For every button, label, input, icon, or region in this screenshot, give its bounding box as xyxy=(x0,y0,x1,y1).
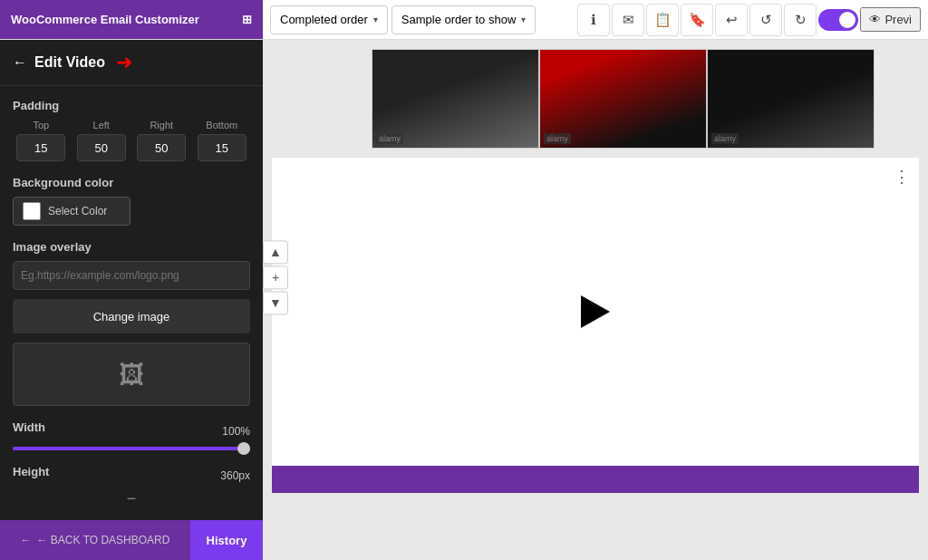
eye-icon: 👁 xyxy=(869,13,881,26)
height-label: Height xyxy=(13,465,49,478)
padding-bottom-col: Bottom xyxy=(194,120,251,161)
sidebar-footer: ← ← BACK TO DASHBOARD History xyxy=(0,520,263,560)
height-value: 360px xyxy=(220,469,250,482)
images-strip: alamy alamy alamy xyxy=(263,40,928,158)
padding-right-input[interactable] xyxy=(137,134,186,161)
content-area: ▲ + ▼ alamy alamy alamy xyxy=(263,40,928,560)
width-slider-track[interactable] xyxy=(13,447,250,450)
image-placeholder: 🖼 xyxy=(13,343,250,406)
info-icon-btn[interactable]: ℹ xyxy=(577,4,610,36)
completed-order-dropdown[interactable]: Completed order ▾ xyxy=(270,5,388,34)
sidebar-title: Edit Video xyxy=(34,54,105,71)
width-slider-thumb xyxy=(237,442,250,455)
padding-bottom-input[interactable] xyxy=(198,134,246,161)
width-slider-fill xyxy=(13,447,250,450)
circle1-icon-btn[interactable]: ↺ xyxy=(749,4,782,36)
brand-title: WooCommerce Email Customizer xyxy=(11,13,199,26)
img3-watermark: alamy xyxy=(711,133,739,144)
back-arrow-icon[interactable]: ← xyxy=(13,54,27,71)
image-placeholder-icon: 🖼 xyxy=(119,360,144,390)
zoom-fit-btn[interactable]: + xyxy=(263,266,288,289)
back-dashboard-label: ← BACK TO DASHBOARD xyxy=(37,534,170,546)
image-overlay-section: Image overlay Change image 🖼 xyxy=(13,240,250,406)
height-minus-icon[interactable]: − xyxy=(13,489,250,508)
chevron-down-icon: ▾ xyxy=(521,14,526,24)
top-bar-center: Completed order ▾ Sample order to show ▾… xyxy=(263,0,928,39)
padding-right-label: Right xyxy=(150,120,173,130)
video-more-icon[interactable]: ⋮ xyxy=(894,167,910,187)
color-swatch xyxy=(23,202,41,220)
image-overlay-label: Image overlay xyxy=(13,240,250,254)
width-section: Width 100% xyxy=(13,420,250,450)
mail-icon-btn[interactable]: ✉ xyxy=(612,4,644,36)
bookmark-icon-btn[interactable]: 🔖 xyxy=(681,4,713,36)
select-color-label: Select Color xyxy=(48,205,107,217)
height-section: Height 360px − xyxy=(13,465,250,508)
circle2-icon-btn[interactable]: ↻ xyxy=(784,4,817,36)
padding-label: Padding xyxy=(13,99,250,112)
chevron-down-icon: ▾ xyxy=(373,14,378,24)
image-overlay-input[interactable] xyxy=(13,261,250,290)
top-bar: WooCommerce Email Customizer ⊞ Completed… xyxy=(0,0,928,40)
padding-left-label: Left xyxy=(93,120,110,130)
padding-bottom-label: Bottom xyxy=(206,120,237,130)
strip-image-3: alamy xyxy=(707,49,875,149)
purple-footer-strip xyxy=(272,466,919,493)
zoom-down-btn[interactable]: ▼ xyxy=(263,291,288,314)
width-label: Width xyxy=(13,420,45,434)
padding-top-col: Top xyxy=(13,120,70,161)
sample-order-dropdown[interactable]: Sample order to show ▾ xyxy=(392,5,536,34)
back-dashboard-icon: ← xyxy=(21,534,32,546)
video-block[interactable]: ⋮ xyxy=(272,158,919,466)
height-row: Height 360px xyxy=(13,465,250,486)
sidebar-content: Padding Top Left Right Bottom xyxy=(0,86,263,520)
preview-btn[interactable]: 👁 Previ xyxy=(860,7,921,32)
bg-color-label: Background color xyxy=(13,176,250,189)
width-row: Width 100% xyxy=(13,420,250,441)
return-icon-btn[interactable]: ↩ xyxy=(715,4,748,36)
sidebar: ← Edit Video ➜ Padding Top Left Right xyxy=(0,40,263,560)
change-image-button[interactable]: Change image xyxy=(13,299,250,333)
padding-grid: Top Left Right Bottom xyxy=(13,120,250,161)
padding-left-col: Left xyxy=(73,120,130,161)
img1-watermark: alamy xyxy=(376,133,403,144)
history-button[interactable]: History xyxy=(190,520,263,560)
play-button[interactable] xyxy=(581,295,610,328)
padding-right-col: Right xyxy=(133,120,190,161)
padding-left-input[interactable] xyxy=(77,134,126,161)
img2-watermark: alamy xyxy=(544,133,571,144)
back-dashboard-button[interactable]: ← ← BACK TO DASHBOARD xyxy=(0,520,190,560)
preview-toggle[interactable] xyxy=(818,9,858,31)
padding-top-input[interactable] xyxy=(16,134,65,161)
red-arrow-icon: ➜ xyxy=(116,51,132,74)
padding-top-label: Top xyxy=(33,120,49,130)
bg-color-section: Background color Select Color xyxy=(13,176,250,226)
zoom-controls: ▲ + ▼ xyxy=(263,240,288,314)
doc-icon-btn[interactable]: 📋 xyxy=(646,4,679,36)
strip-image-2: alamy xyxy=(539,49,707,149)
brand-bar: WooCommerce Email Customizer ⊞ xyxy=(0,0,263,39)
sidebar-header: ← Edit Video ➜ xyxy=(0,40,263,86)
width-value: 100% xyxy=(222,425,250,438)
main-layout: ← Edit Video ➜ Padding Top Left Right xyxy=(0,40,928,560)
strip-image-1: alamy xyxy=(372,49,539,149)
grid-icon[interactable]: ⊞ xyxy=(242,13,252,26)
zoom-up-btn[interactable]: ▲ xyxy=(263,240,288,264)
toolbar-icons: ℹ ✉ 📋 🔖 ↩ ↺ ↻ 👁 Previ xyxy=(577,4,921,36)
color-picker-button[interactable]: Select Color xyxy=(13,197,130,226)
